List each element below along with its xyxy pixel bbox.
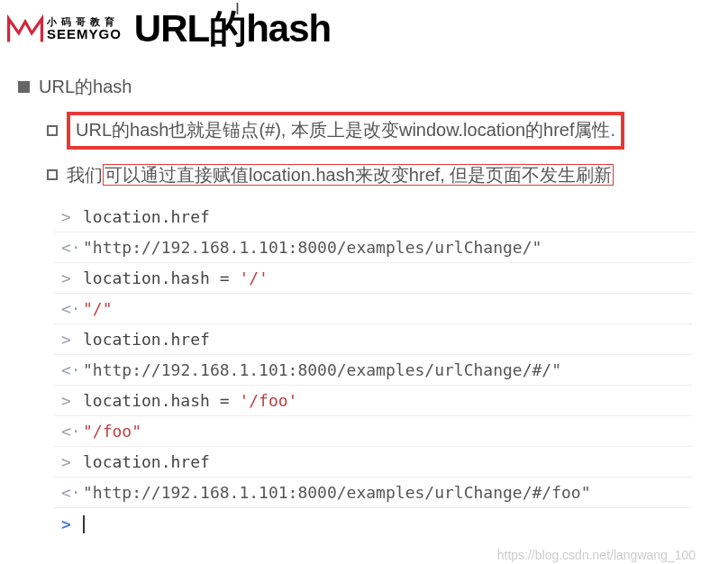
arrow-out-icon: <· bbox=[61, 422, 74, 441]
console-text: location.href bbox=[83, 452, 210, 471]
console-line: >location.hash = '/' bbox=[54, 263, 692, 294]
bullet1-row: URL的hash也就是锚点(#), 本质上是改变window.location的… bbox=[18, 112, 710, 150]
arrow-out-icon: <· bbox=[61, 238, 74, 257]
console-line: <·"http://192.168.1.101:8000/examples/ur… bbox=[54, 232, 692, 263]
bullet2-row: 我们可以通过直接赋值location.hash来改变href, 但是页面不发生刷… bbox=[18, 162, 710, 187]
console-text: "/foo" bbox=[83, 422, 141, 441]
bullet2-boxed: 可以通过直接赋值location.hash来改变href, 但是页面不发生刷新 bbox=[103, 164, 614, 186]
arrow-out-icon: <· bbox=[61, 299, 74, 318]
highlight-box-red: URL的hash也就是锚点(#), 本质上是改变window.location的… bbox=[67, 112, 624, 150]
console-text: location.href bbox=[83, 207, 210, 226]
console-line: <·"/foo" bbox=[54, 416, 692, 447]
console-line: >location.href bbox=[54, 447, 692, 478]
arrow-in-icon: > bbox=[61, 391, 74, 410]
bullet1-text: URL的hash也就是锚点(#), 本质上是改变window.location的… bbox=[76, 120, 615, 140]
text-cursor-icon: I bbox=[235, 0, 240, 19]
console-text: "http://192.168.1.101:8000/examples/urlC… bbox=[83, 483, 591, 502]
arrow-in-icon: > bbox=[61, 330, 74, 349]
bullet-outline-icon bbox=[47, 169, 58, 180]
console-text: location.href bbox=[83, 330, 210, 349]
logo-text: 小码哥教育 SEEMYGO bbox=[47, 17, 122, 41]
content-area: URL的hash URL的hash也就是锚点(#), 本质上是改变window.… bbox=[0, 63, 728, 539]
bullet2-prefix: 我们 bbox=[67, 165, 103, 185]
console-line: > bbox=[54, 508, 692, 539]
console-text: "http://192.168.1.101:8000/examples/urlC… bbox=[83, 238, 541, 257]
console-line: <·"http://192.168.1.101:8000/examples/ur… bbox=[54, 478, 692, 508]
section-heading-row: URL的hash bbox=[18, 74, 710, 99]
logo: 小码哥教育 SEEMYGO bbox=[7, 13, 122, 45]
section-heading-text: URL的hash bbox=[39, 74, 132, 99]
console-text: "/" bbox=[83, 299, 113, 318]
console-line: >location.hash = '/foo' bbox=[54, 386, 692, 416]
console-text: location.hash = '/foo' bbox=[83, 391, 297, 410]
console-text: "http://192.168.1.101:8000/examples/urlC… bbox=[83, 360, 561, 379]
watermark-text: https://blog.csdn.net/langwang_100 bbox=[497, 548, 696, 562]
logo-m-icon bbox=[7, 13, 43, 45]
devtools-console[interactable]: >location.href<·"http://192.168.1.101:80… bbox=[54, 202, 692, 539]
console-line: <·"/" bbox=[54, 294, 692, 324]
arrow-prompt-icon: > bbox=[61, 514, 74, 533]
bullet-filled-icon bbox=[18, 81, 30, 93]
arrow-in-icon: > bbox=[61, 207, 74, 226]
page-title: URL的hash bbox=[134, 4, 331, 54]
console-line: <·"http://192.168.1.101:8000/examples/ur… bbox=[54, 355, 692, 386]
arrow-out-icon: <· bbox=[61, 483, 74, 502]
header-bar: 小码哥教育 SEEMYGO URL的hash bbox=[0, 0, 728, 63]
bullet-outline-icon bbox=[47, 125, 58, 136]
arrow-out-icon: <· bbox=[61, 360, 74, 379]
arrow-in-icon: > bbox=[61, 452, 74, 471]
console-text: location.hash = '/' bbox=[83, 268, 268, 287]
bullet2-text: 我们可以通过直接赋值location.hash来改变href, 但是页面不发生刷… bbox=[67, 162, 614, 187]
console-text bbox=[83, 514, 85, 533]
console-line: >location.href bbox=[54, 324, 692, 355]
logo-en-text: SEEMYGO bbox=[47, 27, 122, 41]
caret-icon bbox=[83, 515, 85, 533]
arrow-in-icon: > bbox=[61, 268, 74, 287]
console-line: >location.href bbox=[54, 202, 692, 232]
